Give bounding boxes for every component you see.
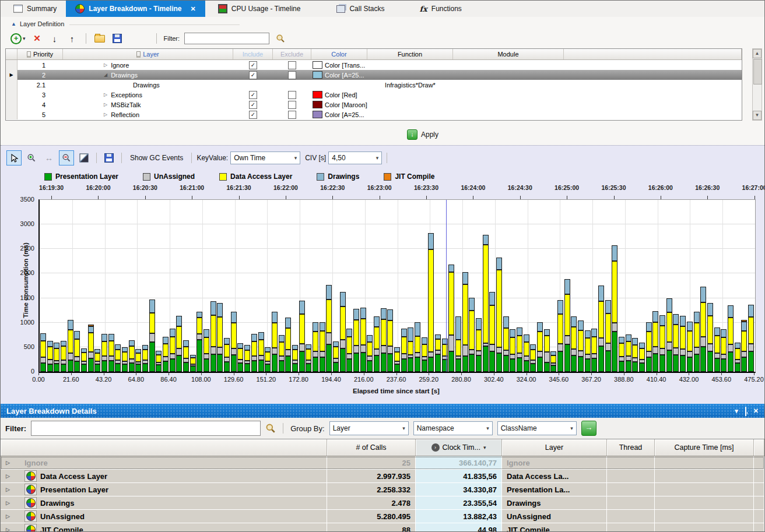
stacked-bar-17[interactable]	[156, 351, 162, 372]
stacked-bar-18[interactable]	[163, 337, 169, 372]
expand-icon[interactable]: ▷	[4, 513, 21, 519]
stacked-bar-91[interactable]	[659, 315, 665, 372]
stacked-bar-58[interactable]	[435, 334, 441, 372]
stacked-bar-42[interactable]	[326, 285, 332, 372]
stacked-bar-23[interactable]	[196, 312, 202, 372]
close-icon[interactable]: ✕	[191, 5, 196, 13]
stacked-bar-10[interactable]	[108, 334, 114, 372]
stacked-bar-75[interactable]	[550, 351, 556, 372]
stacked-bar-66[interactable]	[489, 292, 495, 372]
stacked-bar-104[interactable]	[748, 305, 754, 372]
color-swatch[interactable]	[313, 91, 322, 98]
stacked-bar-14[interactable]	[135, 349, 141, 372]
stacked-bar-82[interactable]	[598, 286, 604, 372]
stacked-bar-78[interactable]	[571, 316, 577, 372]
stacked-bar-46[interactable]	[353, 309, 359, 372]
apply-button[interactable]: ↓ Apply	[407, 129, 438, 140]
stacked-bar-20[interactable]	[176, 316, 182, 372]
stacked-bar-99[interactable]	[714, 327, 720, 372]
window-menu-icon[interactable]: ▾	[735, 407, 738, 415]
stacked-bar-38[interactable]	[299, 301, 305, 372]
collapsed-icon[interactable]: ▷	[104, 62, 107, 68]
stacked-bar-4[interactable]	[68, 320, 73, 372]
color-swatch[interactable]	[313, 111, 322, 118]
stacked-bar-43[interactable]	[333, 341, 339, 372]
stacked-bar-8[interactable]	[94, 349, 100, 372]
details-filter-input[interactable]	[31, 421, 261, 436]
stacked-bar-97[interactable]	[700, 287, 706, 372]
stacked-bar-100[interactable]	[721, 329, 727, 372]
stacked-bar-93[interactable]	[673, 314, 679, 372]
layer-grid-row-2-1-drawings[interactable]: 2.1DrawingsInfragistics*Draw*	[6, 80, 742, 90]
layer-grid-row-5-reflection[interactable]: 5▷Reflection✓Color [A=25...	[6, 110, 742, 119]
stacked-bar-103[interactable]	[741, 320, 747, 372]
include-checkbox[interactable]: ✓	[249, 101, 257, 109]
stacked-bar-73[interactable]	[537, 322, 543, 372]
stacked-bar-60[interactable]	[448, 265, 454, 372]
stacked-bar-63[interactable]	[469, 298, 475, 372]
stacked-bar-3[interactable]	[61, 341, 66, 372]
include-checkbox[interactable]: ✓	[249, 111, 257, 119]
details-row-unassigned[interactable]: ▷UnAssigned5.280.49513.882,43UnAssigned	[1, 510, 764, 523]
color-swatch[interactable]	[313, 61, 322, 69]
stacked-bar-95[interactable]	[687, 322, 693, 372]
tab-call-stacks[interactable]: Call Stacks	[327, 1, 394, 17]
stacked-bar-45[interactable]	[346, 329, 352, 372]
stacked-bar-27[interactable]	[224, 338, 230, 372]
open-layers-button[interactable]	[93, 32, 106, 45]
stacked-bar-12[interactable]	[122, 347, 128, 372]
stacked-bar-7[interactable]	[88, 325, 94, 372]
stacked-bar-85[interactable]	[619, 337, 624, 372]
stacked-bar-21[interactable]	[183, 340, 189, 372]
stacked-bar-16[interactable]	[149, 300, 155, 372]
expand-icon[interactable]: ▷	[4, 527, 21, 532]
stacked-bar-98[interactable]	[707, 303, 713, 372]
stacked-bar-39[interactable]	[306, 344, 311, 372]
expand-icon[interactable]: ▷	[4, 460, 21, 466]
pin-button[interactable]	[745, 407, 746, 414]
stacked-bar-51[interactable]	[387, 309, 393, 372]
stacked-bar-19[interactable]	[170, 329, 176, 372]
stacked-bar-89[interactable]	[646, 322, 652, 372]
stacked-bar-96[interactable]	[694, 312, 700, 372]
expand-icon[interactable]: ▷	[4, 487, 21, 492]
save-layers-button[interactable]	[111, 32, 124, 45]
tab-layer-breakdown-timeline[interactable]: Layer Breakdown - Timeline✕	[66, 1, 205, 17]
stacked-bar-40[interactable]	[313, 322, 318, 372]
scroll-up-button[interactable]: ▲	[753, 49, 762, 58]
layer-grid-row-4-msbiztalk[interactable]: 4▷MSBizTalk✓Color [Maroon]	[6, 100, 742, 110]
stacked-bar-70[interactable]	[517, 327, 522, 372]
exclude-checkbox[interactable]	[288, 91, 296, 99]
stacked-bar-30[interactable]	[244, 345, 250, 372]
details-row-jit-compile[interactable]: ▷JIT Compile8844,98JIT Compile	[1, 523, 764, 532]
move-down-button[interactable]: ↓	[48, 32, 61, 45]
stacked-bar-2[interactable]	[54, 343, 59, 372]
stacked-bar-74[interactable]	[544, 329, 550, 372]
tab-summary[interactable]: Summary	[4, 1, 66, 17]
stacked-bar-86[interactable]	[626, 334, 631, 372]
grid-header-priority[interactable]: Priority	[17, 49, 63, 59]
stacked-bar-69[interactable]	[510, 329, 515, 372]
stacked-bar-72[interactable]	[530, 344, 536, 372]
stacked-bar-33[interactable]	[265, 347, 271, 372]
stacked-bar-9[interactable]	[101, 334, 107, 372]
zoom-in-button[interactable]	[24, 150, 39, 165]
color-swatch[interactable]	[313, 71, 322, 79]
stacked-bar-41[interactable]	[320, 322, 325, 372]
details-filter-search-button[interactable]	[265, 423, 276, 434]
stacked-bar-13[interactable]	[129, 340, 135, 372]
show-gc-events-button[interactable]: Show GC Events	[127, 154, 187, 162]
group-by-select-namespace[interactable]: Namespace▾	[413, 421, 493, 435]
exclude-checkbox[interactable]	[288, 101, 296, 109]
stacked-bar-65[interactable]	[483, 235, 489, 372]
layer-grid-row-3-exceptions[interactable]: 3▷Exceptions✓Color [Red]	[6, 90, 742, 100]
grid-header-module[interactable]: Module	[453, 49, 564, 59]
close-details-button[interactable]: ✕	[753, 407, 759, 415]
stacked-bar-44[interactable]	[340, 292, 346, 372]
details-row-data-access-layer[interactable]: ▷Data Access Layer2.997.93541.835,56Data…	[1, 470, 764, 483]
keyvalue-select[interactable]: Own Time ▾	[230, 152, 300, 164]
grid-header-layer[interactable]: Layer	[63, 49, 233, 59]
select-tool-button[interactable]	[6, 150, 22, 165]
stacked-bar-79[interactable]	[578, 320, 584, 372]
stacked-bar-49[interactable]	[374, 316, 380, 372]
